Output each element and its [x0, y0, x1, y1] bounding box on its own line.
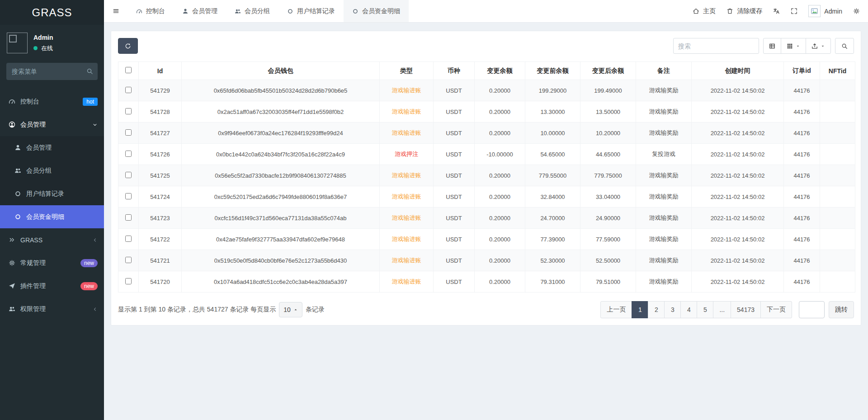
row-checkbox[interactable] — [125, 278, 132, 284]
checkbox-cell — [118, 229, 139, 250]
row-checkbox[interactable] — [125, 193, 132, 199]
col-header-wallet[interactable]: 会员钱包 — [182, 62, 380, 80]
page-btn-page-5[interactable]: 5 — [697, 301, 713, 318]
cell-nft — [820, 271, 855, 293]
cell-id: 541725 — [139, 165, 182, 186]
cell-created: 2022-11-02 14:50:02 — [692, 271, 784, 293]
export-button[interactable] — [806, 38, 831, 54]
col-header-after[interactable]: 变更后余额 — [580, 62, 636, 80]
col-header-change[interactable]: 变更余额 — [475, 62, 525, 80]
cell-type: 游戏输进账 — [380, 101, 434, 123]
user-icon — [182, 8, 189, 14]
cell-currency: USDT — [434, 250, 475, 271]
columns-button[interactable] — [781, 38, 806, 54]
row-checkbox[interactable] — [125, 214, 132, 221]
gear-icon — [9, 260, 15, 266]
row-checkbox[interactable] — [125, 257, 132, 263]
cell-remark: 游戏输奖励 — [636, 250, 692, 271]
col-header-order[interactable]: 订单id — [784, 62, 820, 80]
send-icon — [9, 283, 15, 289]
sidebar-item-member-group[interactable]: 会员分组 — [0, 159, 104, 182]
brand-logo[interactable]: GRASS — [0, 0, 104, 25]
checkbox-cell — [118, 101, 139, 123]
pagination-area: 上一页12345...54173下一页 跳转 — [600, 301, 854, 318]
sidebar-item-plugin-management[interactable]: 插件管理new — [0, 274, 104, 297]
cell-wallet: 0x56e5c5f2ad7330bacfe12b9f90840613072748… — [182, 165, 380, 186]
export-icon — [811, 43, 818, 49]
menu-search-input[interactable] — [6, 63, 98, 80]
user-status-label: 在线 — [41, 44, 53, 52]
profile[interactable]: Admin — [808, 5, 842, 17]
cell-type: 游戏输进账 — [380, 165, 434, 186]
table-row: 5417210x519c50e0f5d840cb0bf6e76e52c1273a… — [118, 250, 855, 271]
row-checkbox[interactable] — [125, 236, 132, 242]
sidebar-item-console[interactable]: 控制台hot — [0, 90, 104, 113]
col-header-currency[interactable]: 币种 — [434, 62, 475, 80]
page-btn-page-54173[interactable]: 54173 — [731, 301, 761, 318]
user-circle-icon — [9, 121, 15, 128]
fullscreen-toggle[interactable] — [791, 8, 797, 14]
clear-cache[interactable]: 清除缓存 — [726, 7, 762, 15]
col-header-id[interactable]: Id — [139, 62, 182, 80]
col-header-type[interactable]: 类型 — [380, 62, 434, 80]
cell-remark: 游戏输奖励 — [636, 123, 692, 144]
select-all-checkbox[interactable] — [125, 67, 132, 73]
page-btn-ellipsis[interactable]: ... — [713, 301, 731, 318]
row-checkbox[interactable] — [125, 151, 132, 157]
cell-order: 44176 — [784, 144, 820, 165]
page-jump-input[interactable] — [799, 301, 825, 318]
cell-change: 0.20000 — [475, 123, 525, 144]
app-root: GRASS Admin 在线 控制台hot会员管理会员管理会员分组用户结算记录会… — [0, 0, 868, 420]
cell-before: 13.30000 — [525, 101, 580, 123]
row-checkbox[interactable] — [125, 108, 132, 114]
page-size-select[interactable]: 10 — [279, 302, 302, 317]
cell-created: 2022-11-02 14:50:02 — [692, 165, 784, 186]
cell-wallet: 0x519c50e0f5d840cb0bf6e76e52c1273a55b6d4… — [182, 250, 380, 271]
page-btn-page-4[interactable]: 4 — [680, 301, 697, 318]
row-checkbox[interactable] — [125, 172, 132, 178]
sidebar-item-user-settlement-records[interactable]: 用户结算记录 — [0, 182, 104, 205]
page-jump-button[interactable]: 跳转 — [829, 301, 854, 318]
cell-change: 0.20000 — [475, 208, 525, 229]
expand-icon — [791, 8, 797, 14]
col-header-remark[interactable]: 备注 — [636, 62, 692, 80]
page-btn-next[interactable]: 下一页 — [760, 301, 792, 318]
gear-icon — [853, 8, 860, 14]
sidebar-item-grass[interactable]: GRASS — [0, 228, 104, 251]
page-btn-page-3[interactable]: 3 — [664, 301, 681, 318]
page-btn-page-2[interactable]: 2 — [648, 301, 665, 318]
tab-user-settlement-records[interactable]: 用户结算记录 — [278, 0, 344, 22]
sidebar-item-permission-management[interactable]: 权限管理 — [0, 297, 104, 321]
tab-member-group[interactable]: 会员分组 — [226, 0, 278, 22]
language-switch[interactable] — [773, 8, 780, 14]
detail-view-button[interactable] — [763, 38, 781, 54]
tab-console[interactable]: 控制台 — [127, 0, 174, 22]
users-icon — [14, 167, 21, 174]
topbar-item-label: Admin — [824, 8, 842, 15]
table-search-input[interactable] — [673, 38, 759, 54]
sidebar-item-label: 控制台 — [20, 98, 78, 106]
page-btn-page-1[interactable]: 1 — [632, 301, 648, 318]
sidebar-item-member-list[interactable]: 会员管理 — [0, 136, 104, 159]
sidebar-item-member-fund-details[interactable]: 会员资金明细 — [0, 205, 104, 228]
col-header-created[interactable]: 创建时间 — [692, 62, 784, 80]
settings[interactable] — [853, 8, 860, 14]
col-header-before[interactable]: 变更前余额 — [525, 62, 580, 80]
tab-member-management[interactable]: 会员管理 — [174, 0, 226, 22]
sidebar-item-member-management[interactable]: 会员管理 — [0, 113, 104, 136]
sidebar-toggle[interactable] — [104, 0, 127, 22]
row-checkbox[interactable] — [125, 87, 132, 93]
tab-label: 控制台 — [146, 7, 165, 15]
page-btn-prev[interactable]: 上一页 — [600, 301, 632, 318]
row-checkbox[interactable] — [125, 129, 132, 136]
tab-member-fund-details[interactable]: 会员资金明细 — [344, 0, 409, 22]
caret-up-icon — [293, 307, 298, 312]
refresh-button[interactable] — [118, 38, 138, 54]
trash-icon — [726, 8, 733, 14]
col-header-nft[interactable]: NFTid — [820, 62, 855, 80]
home-link[interactable]: 主页 — [693, 7, 716, 15]
search-button[interactable] — [835, 38, 854, 54]
sidebar-item-general-management[interactable]: 常规管理new — [0, 251, 104, 274]
user-name: Admin — [33, 34, 53, 41]
cell-change: 0.20000 — [475, 271, 525, 293]
